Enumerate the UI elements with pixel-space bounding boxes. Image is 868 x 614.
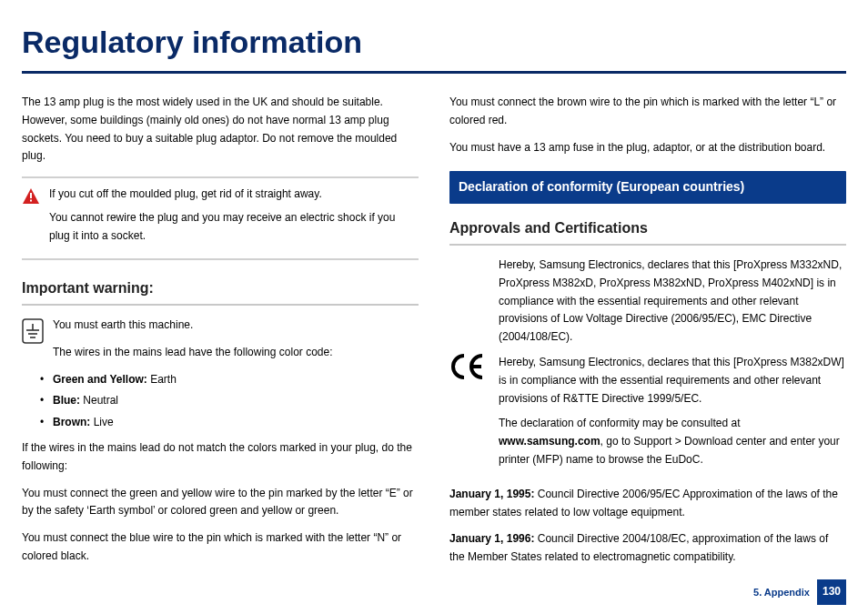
approvals-heading: Approvals and Certifications xyxy=(449,216,846,246)
page-title: Regulatory information xyxy=(22,16,846,74)
wire-brown: Brown: Live xyxy=(53,414,419,432)
connect-blue: You must connect the blue wire to the pi… xyxy=(22,529,419,566)
intro-paragraph: The 13 amp plug is the most widely used … xyxy=(22,94,419,166)
ce-mark-icon xyxy=(449,353,486,380)
wire-blue: Blue: Neutral xyxy=(53,392,419,410)
footer-page-number: 130 xyxy=(817,579,846,605)
ce-declaration-3: The declaration of conformity may be con… xyxy=(499,415,846,468)
ce3-url: www.samsung.com xyxy=(499,435,601,448)
wire-blue-value: Neutral xyxy=(80,394,118,407)
warning-line-1: If you cut off the moulded plug, get rid… xyxy=(49,186,419,204)
wire-green-yellow: Green and Yellow: Earth xyxy=(53,371,419,389)
wire-gy-label: Green and Yellow: xyxy=(53,373,147,386)
content-columns: The 13 amp plug is the most widely used … xyxy=(22,94,846,576)
earth-line-1: You must earth this machine. xyxy=(53,317,333,335)
ce-body: Hereby, Samsung Electronics, declares th… xyxy=(499,257,846,477)
wire-brown-value: Live xyxy=(90,416,113,428)
wire-brown-label: Brown: xyxy=(53,416,90,428)
ce-declaration-1: Hereby, Samsung Electronics, declares th… xyxy=(499,257,846,347)
wire-blue-label: Blue: xyxy=(53,394,80,407)
earth-text: You must earth this machine. The wires i… xyxy=(53,317,333,366)
connect-brown: You must connect the brown wire to the p… xyxy=(449,94,846,130)
earth-icon xyxy=(22,318,44,344)
left-column: The 13 amp plug is the most widely used … xyxy=(22,94,419,576)
ce-row: Hereby, Samsung Electronics, declares th… xyxy=(449,257,846,477)
declaration-heading-bar: Declaration of conformity (European coun… xyxy=(449,171,846,203)
date-1995: January 1, 1995: Council Directive 2006/… xyxy=(449,486,846,522)
earth-line-2: The wires in the mains lead have the fol… xyxy=(53,344,333,362)
warning-line-2: You cannot rewire the plug and you may r… xyxy=(49,209,419,246)
svg-rect-3 xyxy=(23,319,43,343)
date-1996: January 1, 1996: Council Directive 2004/… xyxy=(449,530,846,567)
page-footer: 5. Appendix 130 xyxy=(753,579,846,605)
date-1995-label: January 1, 1995: xyxy=(449,488,534,500)
ce-declaration-2: Hereby, Samsung Electronics, declares th… xyxy=(499,354,846,408)
warning-body: If you cut off the moulded plug, get rid… xyxy=(49,186,419,250)
warning-icon xyxy=(22,187,40,206)
ce3-pre: The declaration of conformity may be con… xyxy=(499,417,740,429)
wire-color-list: Green and Yellow: Earth Blue: Neutral Br… xyxy=(22,371,419,432)
footer-chapter: 5. Appendix xyxy=(753,584,810,600)
wire-gy-value: Earth xyxy=(147,373,177,386)
connect-gy: You must connect the green and yellow wi… xyxy=(22,485,419,521)
mismatch-intro: If the wires in the mains lead do not ma… xyxy=(22,439,419,476)
date-1996-label: January 1, 1996: xyxy=(449,532,534,545)
warning-callout: If you cut off the moulded plug, get rid… xyxy=(22,176,419,259)
svg-rect-2 xyxy=(30,200,32,202)
right-column: You must connect the brown wire to the p… xyxy=(449,94,846,576)
svg-rect-1 xyxy=(30,193,32,198)
fuse-note: You must have a 13 amp fuse in the plug,… xyxy=(449,139,846,157)
important-warning-heading: Important warning: xyxy=(22,277,419,306)
earth-row: You must earth this machine. The wires i… xyxy=(22,317,419,366)
